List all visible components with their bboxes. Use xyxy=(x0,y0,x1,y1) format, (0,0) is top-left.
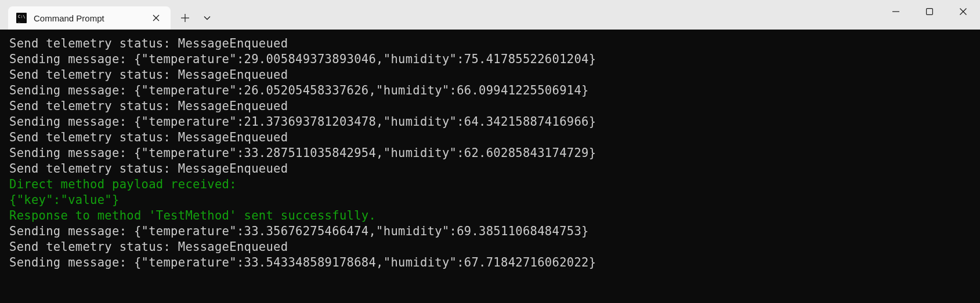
svg-text:_: _ xyxy=(18,18,20,23)
minimize-button[interactable] xyxy=(879,0,913,23)
terminal-line: Sending message: {"temperature":33.28751… xyxy=(9,145,971,161)
terminal-line: Direct method payload received: xyxy=(9,177,971,192)
chevron-down-icon xyxy=(204,14,211,21)
terminal-line: Sending message: {"temperature":33.54334… xyxy=(9,255,971,271)
terminal-line: {"key":"value"} xyxy=(9,192,971,208)
new-tab-button[interactable] xyxy=(174,7,196,29)
tab-close-button[interactable] xyxy=(150,12,162,24)
tab-command-prompt[interactable]: C:\ _ Command Prompt xyxy=(8,6,171,30)
terminal-line: Send telemetry status: MessageEnqueued xyxy=(9,161,971,177)
window-controls xyxy=(879,0,980,23)
window-close-button[interactable] xyxy=(946,0,980,23)
maximize-icon xyxy=(926,8,933,15)
terminal-line: Send telemetry status: MessageEnqueued xyxy=(9,98,971,114)
minimize-icon xyxy=(892,8,899,15)
terminal-line: Send telemetry status: MessageEnqueued xyxy=(9,67,971,83)
terminal-line: Send telemetry status: MessageEnqueued xyxy=(9,36,971,52)
terminal-line: Sending message: {"temperature":33.35676… xyxy=(9,224,971,239)
titlebar: C:\ _ Command Prompt xyxy=(0,0,980,30)
svg-rect-8 xyxy=(927,9,933,15)
maximize-button[interactable] xyxy=(913,0,946,23)
terminal-output[interactable]: Send telemetry status: MessageEnqueuedSe… xyxy=(0,30,980,303)
tab-dropdown-button[interactable] xyxy=(196,7,218,29)
terminal-line: Sending message: {"temperature":29.00584… xyxy=(9,52,971,67)
terminal-line: Sending message: {"temperature":26.05205… xyxy=(9,83,971,98)
tabs-area: C:\ _ Command Prompt xyxy=(0,0,218,30)
close-icon xyxy=(153,14,160,21)
plus-icon xyxy=(181,14,189,22)
terminal-line: Response to method 'TestMethod' sent suc… xyxy=(9,208,971,224)
terminal-line: Sending message: {"temperature":21.37369… xyxy=(9,114,971,130)
cmd-icon: C:\ _ xyxy=(16,13,27,23)
terminal-line: Send telemetry status: MessageEnqueued xyxy=(9,130,971,145)
tab-title: Command Prompt xyxy=(34,13,143,23)
terminal-line: Send telemetry status: MessageEnqueued xyxy=(9,239,971,255)
close-icon xyxy=(960,8,967,15)
